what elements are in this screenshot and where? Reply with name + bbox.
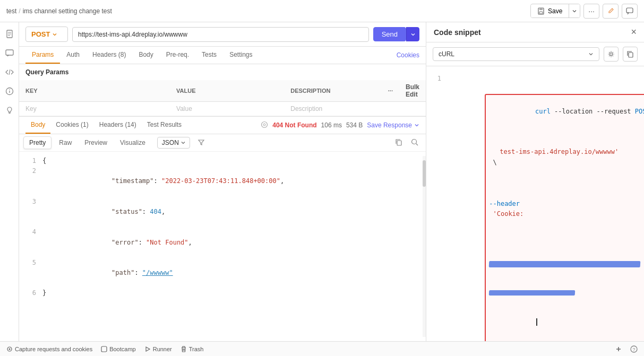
svg-rect-24 <box>101 346 107 352</box>
snippet-copy-icon <box>626 50 634 58</box>
help-icon: ? <box>630 345 638 353</box>
edit-icon-button[interactable] <box>603 4 619 19</box>
code-highlight-box: curl --location --request POST 'https://… <box>485 94 644 341</box>
trash-item[interactable]: Trash <box>181 346 204 352</box>
send-dropdown-button[interactable] <box>406 27 419 41</box>
response-line-5: 5 "path": "/wwwww" <box>19 258 423 289</box>
code-snippet-panel: Code snippet × cURL 1 curl --loca <box>426 22 644 341</box>
bootcamp-icon <box>101 346 107 352</box>
col-header-desc: DESCRIPTION <box>284 80 382 102</box>
snippet-close-button[interactable]: × <box>631 27 637 38</box>
bottom-bar: Capture requests and cookies Bootcamp Ru… <box>0 341 644 356</box>
response-tab-cookies[interactable]: Cookies (1) <box>50 117 93 134</box>
svg-line-19 <box>416 143 418 145</box>
svg-rect-1 <box>539 8 543 10</box>
code-response: 1 { 2 "timestamp": "2022-03-23T07:43:11.… <box>19 152 426 341</box>
sidebar-chat-icon[interactable] <box>2 46 17 60</box>
param-key-input[interactable]: Key <box>19 102 170 116</box>
snippet-settings-button[interactable] <box>604 47 619 62</box>
tab-settings[interactable]: Settings <box>223 47 259 64</box>
tab-auth[interactable]: Auth <box>60 47 86 64</box>
breadcrumb: test / ims channel setting change test <box>6 7 526 15</box>
format-tab-preview[interactable]: Preview <box>79 137 113 149</box>
sidebar-lightbulb-icon[interactable] <box>2 103 17 118</box>
tab-body[interactable]: Body <box>132 47 159 64</box>
save-button[interactable]: Save <box>531 5 569 18</box>
response-toolbar: Pretty Raw Preview Visualize JSON <box>19 134 426 152</box>
svg-rect-2 <box>539 12 543 14</box>
svg-rect-17 <box>397 141 401 145</box>
response-size: 534 B <box>346 121 363 129</box>
tab-params[interactable]: Params <box>25 47 60 64</box>
send-chevron-icon <box>411 32 415 37</box>
copy-icon <box>395 138 402 146</box>
format-tab-pretty[interactable]: Pretty <box>23 136 51 149</box>
param-desc-input[interactable]: Description <box>284 102 382 116</box>
save-response-button[interactable]: Save Response <box>367 121 419 129</box>
comment-icon-button[interactable] <box>622 4 638 19</box>
json-format-select[interactable]: JSON <box>157 137 190 149</box>
response-time: 106 ms <box>321 121 342 129</box>
cookies-link[interactable]: Cookies <box>397 51 419 59</box>
response-tabs: Body Cookies (1) Headers (14) Test Resul… <box>19 117 426 134</box>
chat-icon <box>626 7 633 15</box>
top-actions: Save ··· <box>530 4 638 19</box>
lang-chevron-icon <box>588 51 594 57</box>
response-scroll-thumb <box>423 160 426 187</box>
method-select[interactable]: POST <box>25 27 68 42</box>
response-scrollbar[interactable] <box>423 156 426 337</box>
col-header-bulk[interactable]: Bulk Edit <box>399 80 426 102</box>
response-network-icon <box>261 121 268 130</box>
help-item[interactable]: ? <box>630 345 638 353</box>
param-value-input[interactable]: Value <box>170 102 284 116</box>
bootcamp-item[interactable]: Bootcamp <box>101 346 136 352</box>
tab-prereq[interactable]: Pre-req. <box>160 47 195 64</box>
send-button[interactable]: Send <box>373 27 406 41</box>
tab-tests[interactable]: Tests <box>195 47 223 64</box>
runner-label: Runner <box>153 346 172 352</box>
sidebar-document-icon[interactable] <box>2 27 17 41</box>
method-label: POST <box>31 30 50 38</box>
response-tab-headers[interactable]: Headers (14) <box>94 117 142 134</box>
filter-response-button[interactable] <box>194 137 208 149</box>
save-dropdown-button[interactable] <box>569 4 580 18</box>
send-button-group: Send <box>373 27 419 41</box>
col-header-dots: ··· <box>382 80 399 102</box>
trash-icon <box>181 346 187 352</box>
svg-point-20 <box>610 53 613 56</box>
svg-point-16 <box>263 124 265 126</box>
pencil-icon <box>607 7 614 15</box>
response-line-3: 3 "status": 404, <box>19 197 423 228</box>
response-tab-test-results[interactable]: Test Results <box>142 117 187 134</box>
svg-point-15 <box>262 121 268 127</box>
url-input[interactable] <box>72 27 369 42</box>
tab-headers[interactable]: Headers (8) <box>86 47 132 64</box>
svg-point-18 <box>412 139 417 144</box>
json-chevron-icon <box>181 141 185 145</box>
copy-response-button[interactable] <box>392 137 406 149</box>
runner-item[interactable]: Runner <box>144 346 172 352</box>
language-select[interactable]: cURL <box>433 47 599 61</box>
more-options-button[interactable]: ··· <box>583 4 599 19</box>
sidebar-code-icon[interactable] <box>2 65 17 80</box>
capture-item[interactable]: Capture requests and cookies <box>6 346 92 352</box>
left-panel: POST Send Params Auth Headers (8) Body P… <box>19 22 426 341</box>
col-header-value: VALUE <box>170 80 284 102</box>
svg-rect-21 <box>629 53 633 57</box>
param-row-empty: Key Value Description <box>19 102 426 116</box>
format-tab-raw[interactable]: Raw <box>54 137 77 149</box>
filter-icon <box>198 138 205 146</box>
plus-item[interactable] <box>615 346 622 352</box>
response-line-4: 4 "error": "Not Found", <box>19 227 423 258</box>
search-response-button[interactable] <box>408 137 422 149</box>
svg-point-12 <box>9 89 10 90</box>
svg-line-9 <box>9 70 10 75</box>
query-params-section: Query Params KEY VALUE DESCRIPTION ··· B… <box>19 64 426 116</box>
sidebar-info-icon[interactable] <box>2 84 17 99</box>
svg-rect-3 <box>626 8 633 13</box>
response-tab-body[interactable]: Body <box>25 117 50 134</box>
snippet-copy-button[interactable] <box>623 47 638 62</box>
top-bar: test / ims channel setting change test S… <box>0 0 644 22</box>
method-dropdown-icon <box>52 32 57 37</box>
format-tab-visualize[interactable]: Visualize <box>115 137 151 149</box>
